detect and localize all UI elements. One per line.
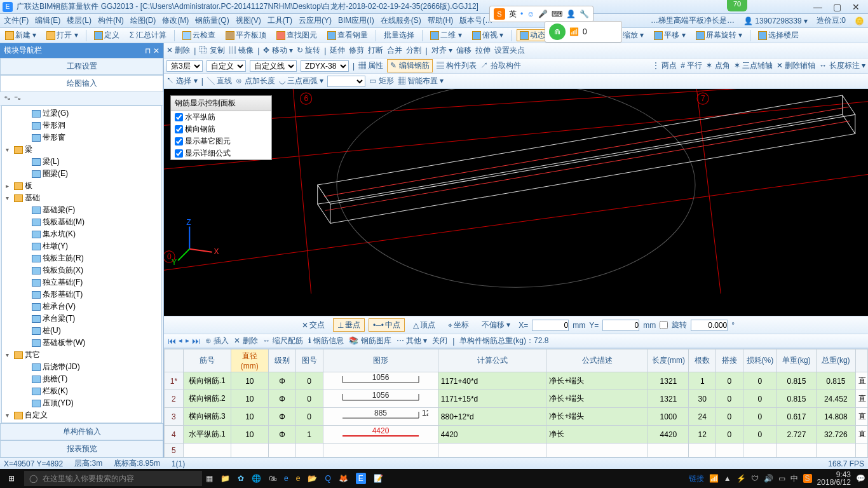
- menu-component[interactable]: 构件(N): [98, 15, 124, 26]
- tree-node[interactable]: ▾自定义: [3, 409, 160, 421]
- rebar-display-panel[interactable]: 钢筋显示控制面板 水平纵筋 横向钢筋 显示基它图元 显示详细公式: [170, 95, 272, 160]
- edit-rebar-button[interactable]: ✎ 编辑钢筋: [387, 59, 432, 72]
- break-tool[interactable]: 打断: [368, 45, 383, 56]
- rebar-check[interactable]: 显示基它图元: [171, 135, 271, 147]
- select-floor-button[interactable]: 选择楼层: [756, 30, 801, 41]
- tab-single-component[interactable]: 单构件输入: [0, 423, 163, 440]
- taskbar-search[interactable]: ◯ 在这里输入你要搜索的内容: [24, 471, 202, 486]
- menu-draw[interactable]: 绘图(D): [130, 15, 156, 26]
- tree-node[interactable]: 集水坑(K): [3, 228, 160, 240]
- category-combo[interactable]: 自定义: [207, 60, 246, 72]
- col-header[interactable]: 损耗(%): [743, 349, 776, 372]
- delete-row-button[interactable]: ✕ 删除: [234, 336, 257, 346]
- tree-node[interactable]: ▸板: [3, 180, 160, 192]
- 3d-viewport[interactable]: 0 6 7 Z X Y 钢筋显示控制面板 水平纵筋 横向钢筋 显示基它图元 显示…: [164, 89, 868, 316]
- merge-tool[interactable]: 合并: [387, 45, 402, 56]
- rect-tool[interactable]: ▭ 矩形: [369, 76, 393, 86]
- menu-tools[interactable]: 工具(T): [268, 15, 292, 26]
- arc-tool[interactable]: ◡ 三点画弧 ▾: [279, 76, 324, 86]
- pan-button[interactable]: 平移 ▾: [651, 30, 688, 41]
- ime-toolbar[interactable]: S 英 • ☺ 🎤 ⌨ 👤 🔧: [489, 6, 593, 22]
- table-row[interactable]: 1*横向钢筋.110Φ010561171+40*d净长+端头13211000.8…: [165, 372, 868, 390]
- tree-node[interactable]: 柱墩(Y): [3, 240, 160, 252]
- table-row[interactable]: 5: [165, 444, 868, 458]
- tree-node[interactable]: 带形洞: [3, 119, 160, 132]
- batch-select-button[interactable]: 批量选择: [381, 30, 417, 41]
- rebar-info-button[interactable]: ℹ 钢筋信息: [308, 336, 344, 346]
- tree-node[interactable]: 带形窗: [3, 132, 160, 144]
- tree-node[interactable]: 栏板(K): [3, 385, 160, 397]
- snap-coord[interactable]: ⌖ 坐标: [444, 318, 473, 332]
- split-tool[interactable]: 分割: [406, 45, 421, 56]
- menu-edit[interactable]: 编辑(E): [35, 15, 60, 26]
- menu-version[interactable]: 版本号(…: [459, 15, 492, 26]
- new-button[interactable]: 新建 ▾: [3, 30, 39, 41]
- tree-node[interactable]: 梁(L): [3, 156, 160, 168]
- col-header[interactable]: 单重(kg): [777, 349, 817, 372]
- col-header[interactable]: [855, 349, 867, 372]
- sum-button[interactable]: Σ 汇总计算: [127, 30, 170, 41]
- level-slab-button[interactable]: 平齐板顶: [223, 30, 269, 41]
- screen-rotate-button[interactable]: 屏幕旋转 ▾: [693, 30, 745, 41]
- user-id[interactable]: 👤 13907298339 ▾: [743, 17, 808, 25]
- tab-project-settings[interactable]: 工程设置: [0, 58, 163, 75]
- select-tool[interactable]: ↖ 选择 ▾: [166, 76, 198, 86]
- coord-x-input[interactable]: [532, 320, 569, 331]
- table-row[interactable]: 4水平纵筋.110Φ144204420净长442012002.72732.726…: [165, 426, 868, 444]
- tree-node[interactable]: 压顶(YD): [3, 397, 160, 409]
- tree-node[interactable]: 圈梁(E): [3, 168, 160, 180]
- delete-tool[interactable]: ✕ 删除: [166, 45, 190, 56]
- tree-node[interactable]: 基础板带(W): [3, 337, 160, 349]
- menu-online[interactable]: 在线服务(S): [381, 15, 421, 26]
- offset-combo[interactable]: 不偏移 ▾: [477, 318, 515, 332]
- aid-3pt[interactable]: ✶ 三点辅轴: [734, 60, 773, 71]
- tree-node[interactable]: 基础梁(F): [3, 204, 160, 216]
- open-button[interactable]: 打开 ▾: [44, 30, 80, 41]
- close-table-button[interactable]: 关闭: [432, 336, 447, 346]
- menu-bim[interactable]: BIM应用(I): [338, 15, 374, 26]
- expand-icon[interactable]: ⁺▫: [4, 94, 10, 103]
- menu-file[interactable]: 文件(F): [4, 15, 29, 26]
- menu-cloud[interactable]: 云应用(Y): [299, 15, 332, 26]
- insert-row-button[interactable]: ⊕ 插入: [205, 336, 229, 346]
- snap-vertex[interactable]: △ 顶点: [409, 318, 440, 332]
- aid-dim[interactable]: ↔ 长度标注 ▾: [819, 60, 865, 71]
- col-header[interactable]: 图形: [323, 349, 438, 372]
- maximize-button[interactable]: ▢: [827, 1, 846, 13]
- taskbar-clock[interactable]: 9:432018/6/12: [817, 471, 851, 486]
- tree-node[interactable]: 筏板主筋(R): [3, 252, 160, 264]
- menu-rebar[interactable]: 钢筋量(Q): [195, 15, 229, 26]
- system-tray[interactable]: 链接 📶▲⚡🛡🔊▭中S 9:432018/6/12 💬: [689, 471, 865, 486]
- tab-report-preview[interactable]: 报表预览: [0, 440, 163, 458]
- aid-ptangle[interactable]: ✶ 点角: [706, 60, 729, 71]
- col-header[interactable]: 长度(mm): [648, 349, 689, 372]
- other-button[interactable]: ⋯ 其他 ▾: [397, 336, 428, 346]
- col-header[interactable]: [165, 349, 184, 372]
- arc-combo[interactable]: [327, 76, 365, 87]
- properties-button[interactable]: ▦ 属性: [358, 60, 383, 71]
- wifi-popup[interactable]: ⋒ 📶0: [545, 21, 622, 43]
- scale-rebar-button[interactable]: ↔ 缩尺配筋: [263, 336, 303, 346]
- pick-component-button[interactable]: ↗ 拾取构件: [480, 60, 520, 71]
- trim-tool[interactable]: 修剪: [349, 45, 364, 56]
- snap-intersect[interactable]: ✕ 交点: [297, 318, 329, 332]
- define-button[interactable]: 定义: [92, 30, 122, 41]
- extend-tool[interactable]: 延伸: [330, 45, 345, 56]
- align-tool[interactable]: 对齐 ▾: [431, 45, 452, 56]
- col-header[interactable]: 筋号: [183, 349, 231, 372]
- col-header[interactable]: 搭接: [716, 349, 743, 372]
- panel-close-icon[interactable]: ✕: [153, 46, 159, 55]
- col-header[interactable]: 直径(mm): [231, 349, 269, 372]
- point-length-tool[interactable]: ⊙ 点加长度: [236, 76, 275, 86]
- table-row[interactable]: 3横向钢筋.310Φ0885120880+12*d净长+端头100024000.…: [165, 408, 868, 426]
- menu-view[interactable]: 视图(V): [236, 15, 261, 26]
- rebar-check[interactable]: 横向钢筋: [171, 123, 271, 135]
- pin-icon[interactable]: ⊓: [145, 46, 151, 55]
- rebar-check[interactable]: 水平纵筋: [171, 111, 271, 123]
- component-list-button[interactable]: ▤ 构件列表: [437, 60, 477, 71]
- menu-floor[interactable]: 楼层(L): [67, 15, 92, 26]
- top-view-button[interactable]: 俯视 ▾: [470, 30, 506, 41]
- cloud-check-button[interactable]: 云检查: [180, 30, 218, 41]
- move-tool[interactable]: ✥ 移动 ▾: [263, 45, 293, 56]
- tree-node[interactable]: 桩(U): [3, 325, 160, 337]
